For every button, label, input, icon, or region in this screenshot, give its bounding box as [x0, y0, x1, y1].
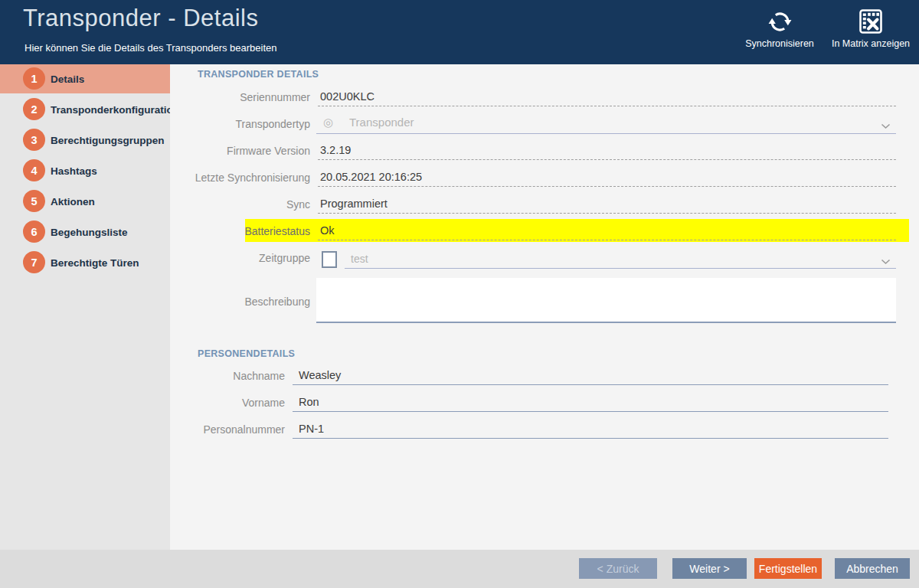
matrix-icon [859, 8, 882, 35]
sidebar-item-label: Begehungsliste [51, 217, 128, 247]
sidebar-item-berechtigungsgruppen[interactable]: 3 Berechtigungsgruppen [0, 126, 170, 155]
finish-button[interactable]: Fertigstellen [754, 558, 822, 579]
next-button[interactable]: Weiter > [672, 558, 747, 579]
sidebar-item-begehungsliste[interactable]: 6 Begehungsliste [0, 217, 170, 247]
step-number-badge: 7 [23, 251, 45, 273]
sync-value: Programmiert [320, 198, 388, 210]
input-underline [293, 411, 888, 412]
field-underline [318, 159, 896, 160]
sidebar-item-label: Aktionen [51, 187, 95, 216]
zeitgruppe-value[interactable]: test [351, 253, 368, 265]
input-underline [293, 384, 888, 385]
beschreibung-textarea[interactable] [316, 278, 896, 323]
step-number-badge: 1 [23, 67, 45, 90]
footer-bar: < Zurück Weiter > Fertigstellen Abbreche… [0, 550, 919, 588]
input-underline [293, 438, 888, 439]
firmware-label: Firmware Version [176, 145, 310, 157]
dropdown-underline [345, 268, 896, 269]
seriennummer-value: 002U0KLC [320, 90, 374, 103]
transponder-type-icon: ◎ [323, 116, 333, 129]
battery-status-highlight [245, 219, 909, 242]
synchronize-label: Synchronisieren [745, 38, 814, 49]
seriennummer-label: Seriennummer [176, 91, 310, 103]
show-in-matrix-button[interactable]: In Matrix anzeigen [826, 8, 916, 57]
wizard-sidebar: 1 Details 2 Transponderkonfiguration 3 B… [0, 64, 170, 550]
beschreibung-label: Beschreibung [176, 296, 310, 308]
field-underline [318, 213, 896, 214]
step-number-badge: 5 [23, 190, 45, 212]
sidebar-item-label: Details [51, 64, 84, 93]
cancel-button[interactable]: Abbrechen [835, 558, 910, 579]
chevron-down-icon[interactable] [881, 119, 891, 132]
field-underline [318, 240, 896, 240]
firmware-value: 3.2.19 [320, 144, 351, 156]
synchronize-button[interactable]: Synchronisieren [734, 8, 826, 57]
chevron-down-icon[interactable] [881, 254, 891, 268]
nachname-value[interactable]: Weasley [299, 369, 341, 381]
sidebar-item-berechtigte-tueren[interactable]: 7 Berechtigte Türen [0, 248, 170, 277]
transponder-details-window: Transponder - Details Hier können Sie di… [0, 0, 919, 588]
sidebar-item-details[interactable]: 1 Details [0, 64, 170, 93]
vorname-label: Vorname [176, 397, 285, 409]
page-subtitle: Hier können Sie die Details des Transpon… [25, 42, 277, 54]
step-number-badge: 3 [23, 129, 45, 151]
page-header: Transponder - Details Hier können Sie di… [0, 0, 919, 64]
sidebar-item-label: Transponderkonfiguration [51, 95, 179, 124]
sync-icon [767, 8, 793, 35]
sidebar-item-label: Hashtags [51, 156, 97, 185]
sidebar-item-aktionen[interactable]: 5 Aktionen [0, 187, 170, 216]
show-in-matrix-label: In Matrix anzeigen [832, 38, 910, 49]
batteriestatus-value: Ok [320, 224, 335, 237]
field-underline [318, 186, 896, 187]
sidebar-item-hashtags[interactable]: 4 Hashtags [0, 156, 170, 185]
step-number-badge: 6 [23, 220, 45, 243]
person-details-section-title: PERSONENDETAILS [198, 348, 295, 359]
sidebar-item-label: Berechtigte Türen [51, 248, 139, 277]
zeitgruppe-label: Zeitgruppe [176, 252, 310, 264]
sidebar-item-transponderkonfiguration[interactable]: 2 Transponderkonfiguration [0, 95, 170, 124]
step-number-badge: 2 [23, 98, 45, 120]
transpondertyp-label: Transpondertyp [176, 118, 310, 130]
transponder-details-section-title: TRANSPONDER DETAILS [198, 69, 319, 80]
zeitgruppe-checkbox[interactable] [322, 251, 337, 268]
field-underline [318, 106, 896, 106]
page-title: Transponder - Details [23, 5, 258, 32]
batteriestatus-label: Batteriestatus [176, 225, 310, 237]
nachname-label: Nachname [176, 370, 285, 382]
personalnummer-label: Personalnummer [176, 423, 285, 436]
letzte-synchronisierung-value: 20.05.2021 20:16:25 [320, 171, 422, 183]
personalnummer-value[interactable]: PN-1 [299, 423, 324, 435]
step-number-badge: 4 [23, 159, 45, 181]
sidebar-item-label: Berechtigungsgruppen [51, 126, 165, 155]
sync-label: Sync [176, 198, 310, 211]
back-button[interactable]: < Zurück [579, 558, 657, 579]
transpondertyp-value[interactable]: Transponder [349, 116, 414, 129]
dropdown-underline [316, 133, 896, 134]
vorname-value[interactable]: Ron [299, 396, 319, 408]
letzte-synchronisierung-label: Letzte Synchronisierung [176, 172, 310, 184]
